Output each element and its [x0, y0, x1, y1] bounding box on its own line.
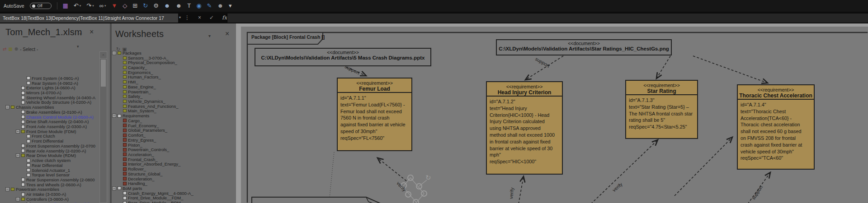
redo-icon[interactable]: ↷	[86, 0, 94, 12]
tree-item[interactable]: −Packages	[0, 51, 236, 55]
name-box-caret-icon[interactable]: ▾	[179, 15, 181, 19]
formula-input[interactable]	[227, 14, 868, 23]
tree-item[interactable]: Interior_Absorbed_Energy_	[0, 162, 236, 167]
worksheets-tree: −PackagesSensors__3-0700-A_Physical_Deco…	[0, 51, 236, 203]
tree-item-label: Fuel_Economy_	[128, 123, 159, 128]
requirement-sheet-icon	[123, 162, 127, 166]
requirement-body: id="A.7.1.4" text="Thoracic Chest Accele…	[738, 100, 814, 163]
collapse-icon[interactable]: −	[112, 186, 116, 190]
text-icon[interactable]: T	[187, 0, 191, 12]
collapse-icon[interactable]: −	[112, 51, 116, 55]
sheet-top-strip	[236, 23, 868, 27]
share-pen-icon[interactable]: ✎	[207, 0, 212, 12]
tree-item[interactable]: Physical_Decomposition_	[0, 60, 236, 65]
tree-item-label: Packages	[123, 51, 142, 55]
tree-item-label: Ergonomics_	[128, 70, 153, 75]
tree-item[interactable]: Piston_	[0, 143, 236, 148]
tree-item[interactable]: Front_Drive_Module__FDM_	[0, 196, 236, 201]
tree-item-label: Frontal_Crash_	[128, 157, 157, 162]
tree-item[interactable]: Cargo_	[0, 118, 236, 123]
enter-icon[interactable]: ✓	[209, 14, 214, 21]
tree-item-label: Piston_	[128, 143, 142, 148]
tree-item[interactable]: Deceleration_	[0, 176, 236, 181]
protect-icon[interactable]: ◉	[196, 0, 201, 12]
document-path: C:\XLDyn\Models\Validation Artifacts\5 M…	[255, 55, 430, 60]
item-icon	[123, 196, 127, 200]
tree-item[interactable]: Ergonomics_	[0, 70, 236, 75]
select-caret-icon[interactable]: ▾	[77, 44, 79, 49]
tree-item[interactable]: Structure_Global_	[0, 171, 236, 176]
requirement-name: Femur Load	[338, 86, 411, 92]
menu-dots-icon[interactable]: ⋮	[184, 14, 190, 21]
tree-item[interactable]: Frontal_Crash_	[0, 157, 236, 162]
settings-gears-icon[interactable]: ⚙	[153, 0, 159, 12]
requirement-body: id="A.7.1.3" text="Star Rating {Star=5} …	[626, 95, 697, 132]
item-icon	[123, 201, 127, 203]
tree-item[interactable]: Capacity_	[0, 65, 236, 70]
worksheets-close-icon[interactable]: ×	[225, 30, 229, 38]
cancel-icon[interactable]: ×	[198, 14, 201, 21]
more-icon[interactable]: ▾	[229, 0, 232, 12]
panel-diagram-divider	[236, 27, 241, 203]
add-user-icon[interactable]: ☻	[176, 0, 182, 12]
panel-close-icon[interactable]: ×	[90, 28, 94, 36]
people-icon[interactable]: ☻	[164, 0, 170, 12]
tree-item-label: Sensors__3-0700-A_	[128, 55, 169, 60]
tree-item[interactable]: Sensors__3-0700-A_	[0, 55, 236, 60]
tree-item[interactable]: Handling_	[0, 181, 236, 186]
refresh-icon[interactable]: ↻	[143, 0, 148, 12]
tree-item[interactable]: Human_Factors_	[0, 75, 236, 80]
tree-item[interactable]: Rollover_	[0, 166, 236, 171]
folder-icon	[123, 90, 127, 93]
folder-icon	[123, 71, 127, 74]
fx-icon[interactable]: fx	[222, 14, 227, 21]
tree-item[interactable]: Safety_	[0, 94, 236, 99]
requirement-sheet-icon	[123, 172, 127, 175]
tree-item[interactable]: Main_System_	[0, 109, 236, 114]
tree-item[interactable]: Crash_Energy_Mgmt__4-0800-A_	[0, 191, 236, 196]
undo-icon[interactable]: ↶	[74, 0, 81, 12]
tree-item[interactable]: −Requirements	[0, 113, 236, 118]
tree-item[interactable]: Powertrain_	[0, 89, 236, 94]
tree-item-label: Cargo_	[128, 118, 142, 123]
tree-item-label: Powertrain_Controls_	[128, 147, 169, 152]
calculator-icon[interactable]: ⊞	[132, 0, 137, 12]
tree-item-label: Features_And_Functions_	[128, 104, 178, 109]
filter-icon[interactable]: ▼	[111, 0, 117, 12]
item-icon	[118, 186, 121, 190]
tree-item[interactable]: Global_Parameters_	[0, 128, 236, 133]
requirement-body: id="A.7.1.2" text="Head Injury Criterion…	[487, 97, 562, 167]
formula-bar: TextBox 18|TextBox 13|Dependency|TextBox…	[0, 12, 868, 23]
requirement-stereotype: <<requirement>>	[626, 83, 697, 88]
tree-item[interactable]: Entry_Egress_	[0, 138, 236, 143]
requirement-node-thoracic-chest-acceleration[interactable]: <<requirement>> Thoracic Chest Accelerat…	[737, 84, 815, 170]
autosave-toggle[interactable]: Off	[30, 3, 52, 9]
eraser-icon[interactable]: ◇	[123, 0, 127, 12]
collapse-icon[interactable]: −	[112, 114, 116, 118]
tree-item[interactable]: −BoM parts	[0, 186, 236, 191]
tree-item[interactable]: Fuel_Economy_	[0, 123, 236, 128]
tree-item[interactable]: Features_And_Functions_	[0, 104, 236, 109]
rotate-handle-icon[interactable]: ↻	[425, 174, 431, 182]
worksheets-caret-icon[interactable]: ▾	[208, 33, 211, 38]
tree-item[interactable]: HMI_	[0, 79, 236, 84]
autosave-state: Off	[38, 4, 42, 8]
requirement-node-star-rating[interactable]: <<requirement>> Star Rating id="A.7.1.3"…	[625, 80, 698, 139]
requirement-node-head-injury-criterion[interactable]: <<requirement>> Head Injury Criterion id…	[486, 81, 563, 175]
tree-item[interactable]: Base_Engine_	[0, 84, 236, 89]
tree-item-label: Powertrain_	[128, 89, 151, 94]
tree-item[interactable]: Comfort_	[0, 133, 236, 138]
panel-caret-icon[interactable]: ▾	[80, 32, 82, 37]
document-node[interactable]: <<document>> C:\XLDyn\Models\Validation …	[496, 39, 672, 55]
user-lock-icon[interactable]: ☻	[217, 0, 223, 12]
tree-item[interactable]: Acceleration_	[0, 152, 236, 157]
name-box[interactable]: TextBox 18|TextBox 13|Dependency|TextBox…	[0, 14, 178, 23]
tree-item[interactable]: Vehicle_Dynamics_	[0, 99, 236, 104]
tree-item[interactable]: Powertrain_Controls_	[0, 147, 236, 152]
link-icon[interactable]: ∞	[99, 0, 106, 12]
tree-item[interactable]: Rear_Drive_Module__RDM_	[0, 200, 236, 203]
save-icon[interactable]: ▦	[63, 0, 68, 12]
requirement-node-femur-load[interactable]: <<requirement>> Femur Load id="A.7.1.1" …	[337, 78, 412, 151]
document-node[interactable]: <<document>> C:\XLDyn\Models\Validation …	[255, 48, 431, 66]
requirement-stereotype: <<requirement>>	[338, 80, 411, 86]
